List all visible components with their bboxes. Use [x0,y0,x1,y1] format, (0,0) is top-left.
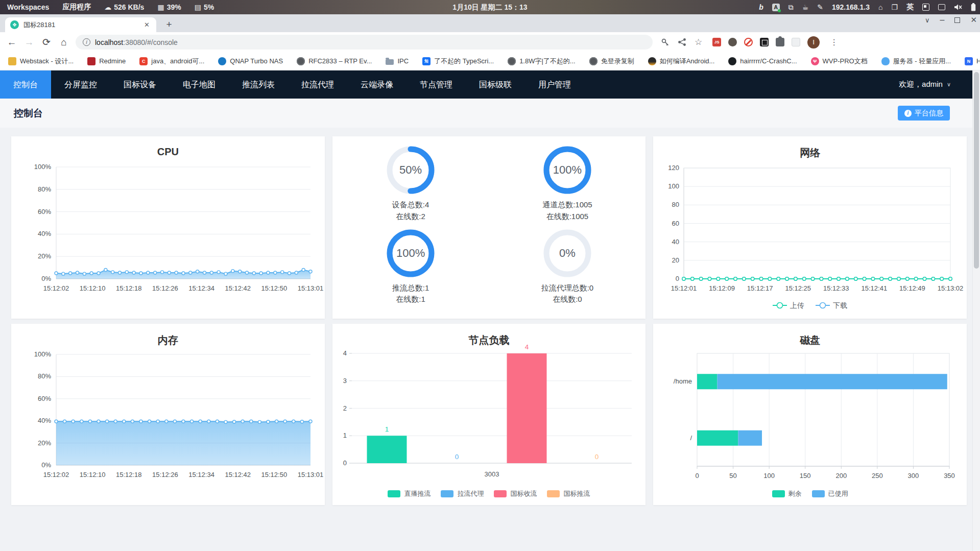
volume-muted-icon[interactable] [954,4,962,11]
clipboard-tray-icon[interactable]: ⧉ [788,3,794,12]
wvp-icon: Ψ [811,57,819,65]
legend-item[interactable]: 拉流代理 [441,489,484,498]
clock[interactable]: 1月10日 星期二 15：13 [452,0,527,14]
bookmark-item[interactable]: NHDAtmos :: 种子 *... [965,57,980,66]
info-icon: i [904,110,912,117]
globe-dark-icon [589,57,597,65]
nav-item-7[interactable]: 节点管理 [407,70,466,99]
nav-item-9[interactable]: 用户管理 [525,70,584,99]
extension-dark-icon[interactable] [760,38,769,46]
forward-button[interactable]: → [20,37,38,48]
windows-tray-icon[interactable]: ❐ [891,3,898,11]
back-button[interactable]: ← [3,37,20,48]
memory-usage-indicator[interactable]: ▤ 5% [195,3,214,11]
platform-info-button[interactable]: i 平台信息 [898,106,950,121]
nav-item-8[interactable]: 国标级联 [466,70,525,99]
svg-text:15:12:49: 15:12:49 [899,284,925,292]
nav-item-6[interactable]: 云端录像 [347,70,407,99]
legend-item[interactable]: 国标推流 [547,489,590,498]
tab-search-chevron-icon[interactable]: ∨ [925,16,930,24]
scrollbar-thumb[interactable] [974,72,979,269]
browser-tab[interactable]: ❖ 国标28181 ✕ [5,17,156,32]
user-menu[interactable]: 欢迎，admin∨ [899,80,951,89]
bookmark-item[interactable]: Webstack - 设计... [8,57,74,66]
extensions-puzzle-icon[interactable] [776,38,784,46]
page-scrollbar[interactable] [972,70,980,551]
legend-swatch [547,490,560,497]
svg-text:100: 100 [668,182,680,190]
svg-text:15:13:02: 15:13:02 [938,284,964,292]
extension-light-icon[interactable] [792,38,800,46]
tray-a-icon[interactable]: A [772,4,780,11]
svg-text:60%: 60% [38,395,51,402]
reload-button[interactable]: ⟳ [38,36,55,48]
network-speed-indicator[interactable]: ☁ 526 KB/s [104,3,144,11]
legend-item[interactable]: 已使用 [812,489,848,498]
site-info-icon[interactable]: i [83,38,90,46]
extension-adblock-icon[interactable] [744,38,753,46]
tab-close-icon[interactable]: ✕ [142,21,151,29]
share-icon[interactable] [678,38,686,46]
memory-chart: 0%20%40%60%80%100%15:12:0215:12:1015:12:… [11,324,325,505]
main-nav: 控制台分屏监控国标设备电子地图推流列表拉流代理云端录像节点管理国标级联用户管理欢… [0,70,972,99]
bookmark-item[interactable]: Redmine [87,57,126,65]
workspaces-button[interactable]: Workspaces [7,3,49,11]
legend-item[interactable]: 直播推流 [388,489,431,498]
legend-item[interactable]: 国标收流 [494,489,537,498]
screen-tray-icon[interactable] [938,4,945,10]
browser-menu-icon[interactable]: ⋮ [830,37,838,47]
nav-item-3[interactable]: 电子地图 [170,70,229,99]
window-minimize-button[interactable]: – [940,15,945,25]
nav-item-1[interactable]: 分屏监控 [51,70,110,99]
bookmark-item[interactable]: Cjava、android可... [139,57,204,66]
cpu-usage-indicator[interactable]: ▦ 39% [157,3,181,11]
bookmark-star-icon[interactable]: ☆ [695,37,702,47]
svg-text:20%: 20% [38,439,51,447]
passkey-icon[interactable] [661,38,670,46]
window-restore-button[interactable] [954,17,960,23]
nav-item-5[interactable]: 拉流代理 [288,70,347,99]
bookmark-item[interactable]: RFC2833 – RTP Ev... [297,57,372,65]
progress-ring: 100% [386,229,435,278]
extension-hat-icon[interactable] [728,38,737,46]
svg-text:15:12:34: 15:12:34 [188,471,214,478]
bookmark-item[interactable]: 如何编译Android... [648,57,715,66]
nav-item-0[interactable]: 控制台 [0,70,51,99]
legend-swatch [441,490,453,497]
nav-item-2[interactable]: 国标设备 [110,70,170,99]
bookmark-item[interactable]: 服务器 - 轻量应用... [881,57,951,66]
tools-tray-icon[interactable]: ✎ [817,3,823,11]
battery-icon[interactable] [971,3,976,11]
bookmark-item[interactable]: IPC [386,57,409,65]
fcitx-tray-icon[interactable] [922,4,929,11]
bookmark-item[interactable]: ΨWVP-PRO文档 [811,57,868,66]
teapot-tray-icon[interactable]: ☕ [802,3,809,11]
legend-item[interactable]: 剩余 [772,489,802,498]
home-tray-icon[interactable]: ⌂ [878,3,882,11]
svg-text:2: 2 [343,404,346,412]
svg-text:150: 150 [800,472,811,480]
bing-tray-icon[interactable]: b [759,3,763,11]
bookmark-item[interactable]: 知了不起的 TypeScri... [422,57,494,66]
svg-text:15:13:01: 15:13:01 [298,284,324,292]
window-close-button[interactable]: ✕ [970,15,977,25]
legend-label: 已使用 [828,489,848,498]
new-tab-button[interactable]: + [162,18,176,32]
bookmark-item[interactable]: QNAP Turbo NAS [218,57,283,65]
svg-text:0: 0 [343,459,346,467]
bookmark-item[interactable]: 免登录复制 [589,57,634,66]
address-bar[interactable]: i localhost:38080/#/console [76,35,653,50]
home-button[interactable]: ⌂ [55,37,73,48]
applications-button[interactable]: 应用程序 [62,3,91,12]
legend-label: 国标推流 [563,489,590,498]
cloud-download-icon: ☁ [104,3,111,11]
profile-avatar[interactable]: l [807,36,820,49]
nav-item-4[interactable]: 推流列表 [229,70,288,99]
input-language-indicator[interactable]: 英 [906,3,914,12]
bookmark-item[interactable]: hairrrrr/C-CrashC... [728,57,797,65]
bookmark-item[interactable]: 1.8W字|了不起的... [508,57,576,66]
svg-text:15:12:02: 15:12:02 [43,471,69,478]
ip-address-indicator[interactable]: 192.168.1.3 [832,3,870,11]
stats-rings-panel: 50%设备总数:4在线数:2100%通道总数:1005在线数:1005100%推… [332,136,646,319]
extension-js-icon[interactable]: JS [712,38,721,46]
